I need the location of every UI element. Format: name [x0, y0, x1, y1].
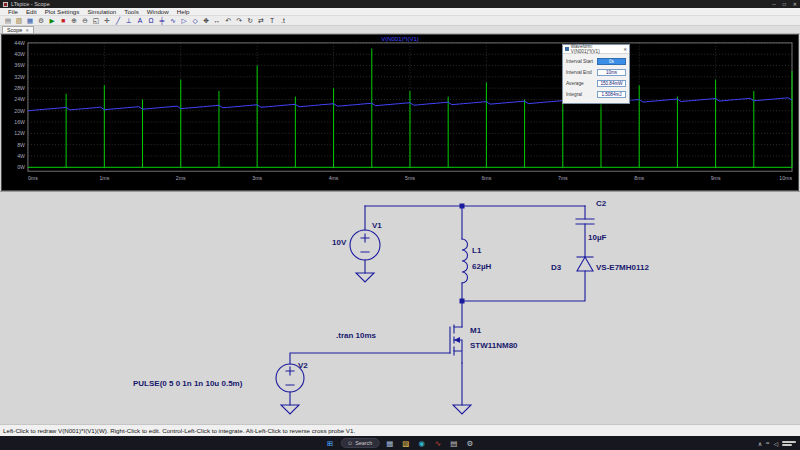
dialog-title: Waveform: V(N001)*I(V1)	[571, 44, 621, 54]
resistor-icon[interactable]: Ω	[146, 16, 156, 25]
pan-icon[interactable]: ✛	[102, 16, 112, 25]
zoom-full-icon[interactable]: ◱	[91, 16, 101, 25]
task-view-icon[interactable]: ▦	[384, 438, 395, 449]
svg-text:32W: 32W	[14, 74, 25, 80]
menu-file[interactable]: File	[4, 8, 22, 15]
capacitor-icon[interactable]: ╪	[157, 16, 167, 25]
redo-icon[interactable]: ↷	[234, 16, 244, 25]
svg-text:7ms: 7ms	[558, 175, 568, 181]
l1-ref-label[interactable]: L1	[472, 246, 481, 255]
tab-close-icon[interactable]: ✕	[25, 28, 29, 33]
component-c2-capacitor[interactable]	[576, 219, 594, 224]
wire-icon[interactable]: ╱	[113, 16, 123, 25]
m1-value-label[interactable]: STW11NM80	[470, 341, 518, 350]
dialog-row-interval-start: Interval Start 0s	[566, 56, 626, 67]
undo-icon[interactable]: ↶	[223, 16, 233, 25]
network-icon[interactable]: ≈	[766, 440, 769, 446]
interval-end-label: Interval End	[566, 70, 597, 75]
ground-symbols[interactable]	[281, 273, 471, 414]
notepad-icon[interactable]: ▤	[448, 438, 459, 449]
file-explorer-icon[interactable]: ▨	[400, 438, 411, 449]
tab-scope[interactable]: Scope ✕	[2, 26, 34, 33]
menu-window[interactable]: Window	[143, 8, 173, 15]
tray-chevron-icon[interactable]: ∧	[758, 440, 762, 447]
rotate-icon[interactable]: ↻	[245, 16, 255, 25]
drag-icon[interactable]: ↔	[212, 16, 222, 25]
v2-ref-label[interactable]: V2	[298, 361, 308, 370]
svg-text:20W: 20W	[14, 108, 25, 114]
dialog-row-interval-end: Interval End 10ms	[566, 67, 626, 78]
halt-icon[interactable]: ■	[58, 16, 68, 25]
interval-end-value[interactable]: 10ms	[597, 69, 626, 76]
tran-directive-label[interactable]: .tran 10ms	[336, 331, 376, 340]
svg-text:36W: 36W	[14, 63, 25, 69]
open-icon[interactable]: ▧	[14, 16, 24, 25]
waveform-plot[interactable]: 0ms1ms2ms3ms4ms5ms6ms7ms8ms9ms10ms44W40W…	[2, 35, 798, 190]
v2-value-label[interactable]: PULSE(0 5 0 1n 1n 10u 0.5m)	[133, 379, 242, 388]
new-schematic-icon[interactable]: ▤	[3, 16, 13, 25]
m1-ref-label[interactable]: M1	[470, 326, 481, 335]
schematic-canvas[interactable]	[0, 192, 800, 425]
integral-label: Integral	[566, 92, 597, 97]
menu-simulation[interactable]: Simulation	[83, 8, 120, 15]
v1-ref-label[interactable]: V1	[372, 221, 382, 230]
start-icon[interactable]: ⊞	[325, 438, 336, 449]
menu-help[interactable]: Help	[173, 8, 194, 15]
inductor-icon[interactable]: ∿	[168, 16, 178, 25]
text-icon[interactable]: T	[267, 16, 277, 25]
net-label-icon[interactable]: A	[135, 16, 145, 25]
component-m1-nmos[interactable]	[450, 325, 462, 363]
waveform-measurement-dialog[interactable]: Waveform: V(N001)*I(V1) ✕ Interval Start…	[562, 44, 630, 104]
schematic-wires[interactable]	[290, 206, 585, 405]
settings-icon[interactable]: ⚙	[464, 438, 475, 449]
component-icon[interactable]: ◇	[190, 16, 200, 25]
schematic-editor[interactable]: V1 10V L1 62µH C2 10µF D3 VS-E7MH0112 M1…	[0, 191, 800, 424]
menu-tools[interactable]: Tools	[120, 8, 142, 15]
component-d3-diode[interactable]	[577, 257, 593, 271]
mirror-icon[interactable]: ⇄	[256, 16, 266, 25]
clock-display[interactable]	[782, 441, 796, 446]
edge-icon[interactable]: ◉	[416, 438, 427, 449]
run-icon[interactable]: ▶	[47, 16, 57, 25]
average-label: Average	[566, 81, 597, 86]
search-icon: ⊙	[348, 440, 353, 446]
menu-plot-settings[interactable]: Plot Settings	[41, 8, 84, 15]
d3-value-label[interactable]: VS-E7MH0112	[596, 263, 649, 272]
tab-label: Scope	[7, 27, 22, 33]
waveform-viewer[interactable]: 0ms1ms2ms3ms4ms5ms6ms7ms8ms9ms10ms44W40W…	[1, 34, 799, 191]
zoom-out-icon[interactable]: ⊖	[80, 16, 90, 25]
title-bar: LTspice - Scope ─ □ ✕	[0, 0, 800, 8]
component-l1-inductor[interactable]	[462, 239, 468, 283]
taskbar-search-input[interactable]: ⊙ Search	[341, 438, 380, 448]
c2-value-label[interactable]: 10µF	[588, 233, 606, 242]
svg-text:3ms: 3ms	[252, 175, 262, 181]
svg-text:9ms: 9ms	[711, 175, 721, 181]
status-text: Left-Click to redraw V(N001)*I(V1)(W). R…	[3, 427, 355, 434]
close-button[interactable]: ✕	[793, 1, 797, 7]
trace-expression-label[interactable]: V(N001)*I(V1)	[2, 36, 798, 42]
interval-start-value[interactable]: 0s	[597, 58, 626, 65]
svg-text:12W: 12W	[14, 130, 25, 136]
control-panel-icon[interactable]: ⚙	[36, 16, 46, 25]
ltspice-taskbar-icon[interactable]: ∿	[432, 438, 443, 449]
svg-text:1ms: 1ms	[99, 175, 109, 181]
save-icon[interactable]: ▦	[25, 16, 35, 25]
move-icon[interactable]: ✥	[201, 16, 211, 25]
l1-value-label[interactable]: 62µH	[472, 262, 491, 271]
menu-edit[interactable]: Edit	[22, 8, 41, 15]
spice-directive-icon[interactable]: .t	[278, 16, 288, 25]
zoom-in-icon[interactable]: ⊕	[69, 16, 79, 25]
component-v1-voltage-source[interactable]	[350, 230, 380, 260]
d3-ref-label[interactable]: D3	[551, 263, 561, 272]
svg-text:4W: 4W	[17, 153, 25, 159]
dialog-close-icon[interactable]: ✕	[623, 47, 627, 52]
v1-value-label[interactable]: 10V	[332, 238, 346, 247]
maximize-button[interactable]: □	[783, 1, 786, 7]
ground-icon[interactable]: ⊥	[124, 16, 134, 25]
volume-icon[interactable]: ◁	[773, 440, 778, 447]
dialog-title-bar[interactable]: Waveform: V(N001)*I(V1) ✕	[563, 45, 629, 54]
menu-bar: File Edit Plot Settings Simulation Tools…	[0, 8, 800, 16]
minimize-button[interactable]: ─	[772, 1, 776, 7]
diode-icon[interactable]: ▷	[179, 16, 189, 25]
c2-ref-label[interactable]: C2	[596, 199, 606, 208]
